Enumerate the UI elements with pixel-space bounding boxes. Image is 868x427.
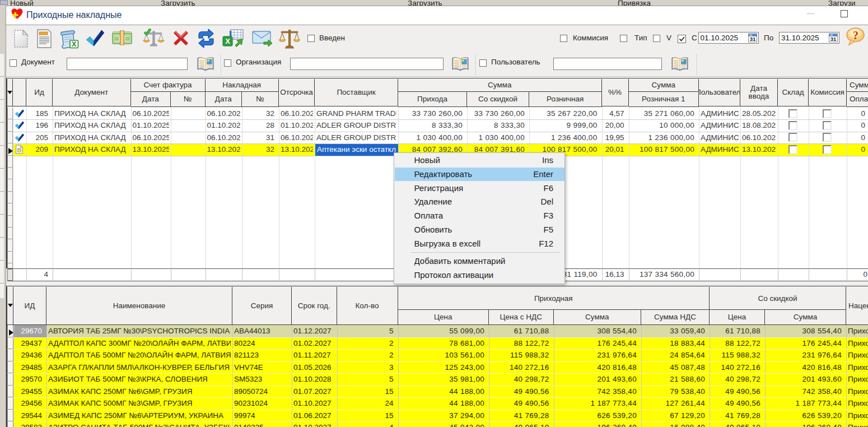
svg-text:X: X (72, 40, 77, 48)
svg-text:X: X (225, 37, 230, 45)
svg-text:31: 31 (830, 36, 837, 42)
svg-text:?: ? (853, 29, 858, 41)
svg-text:31: 31 (749, 36, 755, 42)
